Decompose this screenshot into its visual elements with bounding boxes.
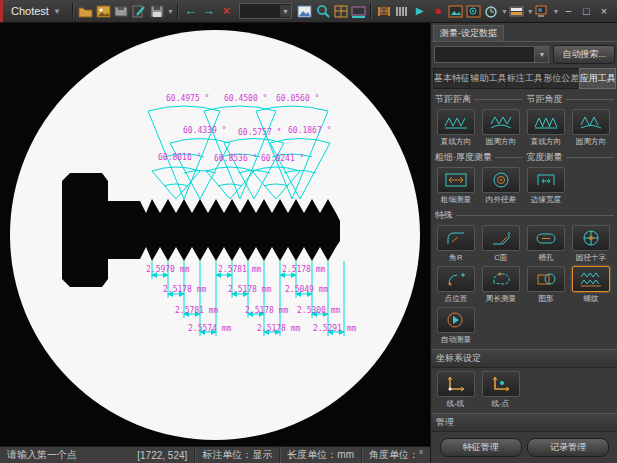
tool-pitch-linear-direction[interactable]: 直线方向 [433,109,478,147]
pitch-annotation: 2.5178 mm [282,265,325,274]
pitch-annotation: 2.5178 mm [228,285,271,294]
display-mode-icon[interactable] [534,2,552,20]
tool-point-position[interactable]: 点位置 [433,266,478,304]
thread-icon [578,271,604,287]
pitch-annotation: 2.5300 mm [297,306,340,315]
record-management-button[interactable]: 记录管理 [527,438,609,457]
angle-arc-icon [578,114,604,130]
toolbar-separator [370,3,372,19]
grid-view-icon[interactable] [332,2,350,20]
pitch-annotation: 2.5574 mm [188,324,231,333]
chevron-down-icon: ▼ [53,7,61,16]
point-crosshair-icon [446,271,466,287]
feature-management-button[interactable]: 特征管理 [440,438,522,457]
pitch-annotation: 2.5970 mm [146,265,189,274]
section-pitch-angle: 节距角度 [527,93,615,106]
angle-annotation: 60.5757 ° [238,128,281,137]
panel-tabs: 基本特征 辅助工具 标注工具 形位公差 应用工具 [433,68,616,89]
length-unit: 长度单位：mm [279,447,361,463]
status-message: 请输入第一个点 [0,447,84,463]
layers-dropdown-caret[interactable]: ▼ [527,8,534,15]
perimeter-loop-icon [490,271,512,287]
delete-icon[interactable]: × [217,2,235,20]
tool-slot-hole[interactable]: 槽孔 [523,225,568,263]
tab-basic-features[interactable]: 基本特征 [433,68,469,89]
edit-program-icon[interactable] [130,2,148,20]
tool-pitch-circular-direction[interactable]: 圆周方向 [478,109,523,147]
pitch-annotation: 2.5178 mm [163,285,206,294]
tool-perimeter-measure[interactable]: 周长测量 [478,266,523,304]
tool-angle-circular-direction[interactable]: 圆周方向 [568,109,613,147]
detect-feature-icon[interactable] [464,2,482,20]
tool-circle-cross[interactable]: 圆径十字 [568,225,613,263]
angle-annotation: 60.4975 ° [166,94,209,103]
tool-thread[interactable]: 螺纹 [568,266,613,304]
redo-arrow-icon[interactable]: → [200,2,218,20]
tab-application-tools[interactable]: 应用工具 [579,68,616,89]
angle-annotation: 60.8016 ° [158,153,201,162]
chevron-down-icon: ▼ [534,47,548,62]
pitch-annotation: 2.5178 mm [245,306,288,315]
tool-corner-r[interactable]: 角R [433,225,478,263]
image-view-icon[interactable] [296,2,314,20]
close-button[interactable]: × [595,3,613,19]
tool-auto-measure[interactable]: 自动测量 [433,307,478,345]
open-file-icon[interactable] [77,2,95,20]
corner-radius-icon [445,230,467,246]
layers-icon[interactable] [508,2,526,20]
timer-icon[interactable] [482,2,500,20]
scan-lines-icon[interactable] [393,2,411,20]
display-dropdown-caret[interactable]: ▼ [553,8,560,15]
right-panel: 测量-设定数据 ▼ 自动搜索... 基本特征 辅助工具 标注工具 形位公差 应用… [430,23,617,463]
minimize-button[interactable]: − [559,3,577,19]
auto-search-button[interactable]: 自动搜索... [553,45,615,64]
tool-thickness-measure[interactable]: 粗细测量 [433,167,478,205]
section-coordinate-system: 坐标系设定 [431,349,617,368]
angle-annotation: 60.4500 ° [224,94,267,103]
auto-measure-icon [445,311,467,329]
tool-line-line[interactable]: 线-线 [433,371,478,409]
angle-annotation: 60.1867 ° [288,126,331,135]
shape-icon [535,271,557,287]
tool-inner-outer-diameter[interactable]: 内外径差 [478,167,523,205]
open-image-icon[interactable] [95,2,113,20]
zoom-icon[interactable] [314,2,332,20]
application-window: Chotest ▼ ▼ ← → × ▼ [0,0,617,463]
maximize-button[interactable]: □ [577,3,595,19]
timer-dropdown-caret[interactable]: ▼ [501,8,508,15]
view-select-dropdown[interactable]: ▼ [239,3,292,19]
measurement-viewport[interactable]: 60.4975 ° 60.4500 ° 60.0560 ° 60.4339 ° … [0,23,430,446]
angle-teeth-icon [533,114,559,130]
tab-form-tolerance[interactable]: 形位公差 [542,68,578,89]
cursor-coordinates: [1722, 524] [130,447,194,463]
chamfer-icon [490,230,512,246]
play-icon[interactable]: ▶ [411,2,429,20]
bracket-width-icon [534,172,558,188]
export-icon[interactable] [112,2,130,20]
section-width: 宽度测量 [527,151,615,164]
tool-shape[interactable]: 图形 [523,266,568,304]
feature-select-dropdown[interactable]: ▼ [434,46,549,63]
caliper-icon[interactable] [375,2,393,20]
tool-edge-width[interactable]: 边缘宽度 [523,167,568,205]
status-bar: 请输入第一个点 [1722, 524] 标注单位：显示 长度单位：mm 角度单位… [0,446,430,463]
axes-line-line-icon [445,375,467,393]
angle-annotation: 60.4339 ° [183,126,226,135]
annotation-unit: 标注单位：显示 [194,447,279,463]
tab-annotation-tools[interactable]: 标注工具 [506,68,542,89]
tool-line-point[interactable]: 线-点 [478,371,523,409]
camera-image [0,23,430,446]
tool-c-face[interactable]: C面 [478,225,523,263]
toolbar-separator [72,3,74,19]
undo-arrow-icon[interactable]: ← [182,2,200,20]
app-menu-button[interactable]: Chotest ▼ [3,0,69,22]
capture-image-icon[interactable] [447,2,465,20]
tool-angle-linear-direction[interactable]: 直线方向 [523,109,568,147]
record-icon[interactable]: ● [429,2,447,20]
pitch-annotation: 2.5049 mm [285,285,328,294]
save-icon[interactable] [148,2,166,20]
save-dropdown-caret[interactable]: ▼ [167,8,174,15]
section-thickness: 粗细·厚度测量 [435,151,523,164]
screen-ruler-icon[interactable] [349,2,367,20]
tab-auxiliary-tools[interactable]: 辅助工具 [469,68,505,89]
